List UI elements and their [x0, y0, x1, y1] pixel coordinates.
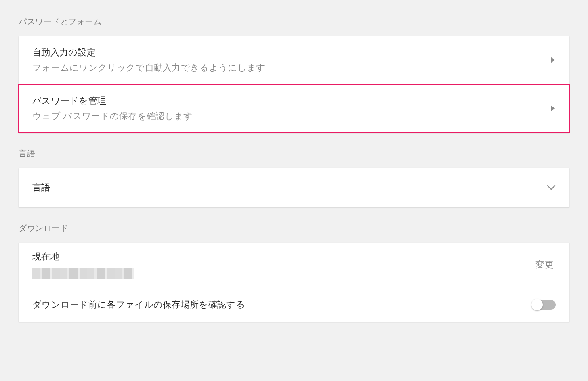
- section-title-language: 言語: [19, 148, 569, 159]
- download-location-path-hidden: [32, 268, 134, 279]
- autofill-subtitle: フォームにワンクリックで自動入力できるようにします: [32, 62, 266, 74]
- change-location-button[interactable]: 変更: [536, 259, 554, 271]
- toggle-knob: [531, 299, 543, 310]
- autofill-content: 自動入力の設定 フォームにワンクリックで自動入力できるようにします: [32, 46, 266, 74]
- autofill-settings-row[interactable]: 自動入力の設定 フォームにワンクリックで自動入力できるようにします: [19, 36, 569, 84]
- section-title-passwords-forms: パスワードとフォーム: [19, 16, 569, 27]
- manage-passwords-subtitle: ウェブ パスワードの保存を確認します: [32, 110, 193, 122]
- ask-before-download-toggle[interactable]: [532, 300, 556, 310]
- autofill-title: 自動入力の設定: [32, 46, 266, 59]
- manage-passwords-row[interactable]: パスワードを管理 ウェブ パスワードの保存を確認します: [19, 84, 569, 133]
- download-location-content: 現在地: [32, 251, 134, 279]
- change-button-wrap: 変更: [519, 251, 556, 279]
- section-title-download: ダウンロード: [19, 223, 569, 234]
- passwords-forms-card: 自動入力の設定 フォームにワンクリックで自動入力できるようにします パスワードを…: [19, 36, 569, 133]
- language-label: 言語: [32, 182, 50, 194]
- language-card: 言語: [19, 168, 569, 207]
- ask-before-download-row: ダウンロード前に各ファイルの保存場所を確認する: [19, 287, 569, 322]
- chevron-down-icon: [547, 185, 556, 190]
- language-row[interactable]: 言語: [19, 168, 569, 207]
- ask-before-download-label: ダウンロード前に各ファイルの保存場所を確認する: [32, 299, 245, 311]
- caret-right-icon: [551, 105, 556, 112]
- download-location-label: 現在地: [32, 251, 134, 263]
- download-card: 現在地 変更 ダウンロード前に各ファイルの保存場所を確認する: [19, 243, 569, 322]
- manage-passwords-content: パスワードを管理 ウェブ パスワードの保存を確認します: [32, 95, 193, 122]
- caret-right-icon: [551, 57, 556, 63]
- download-location-row: 現在地 変更: [19, 243, 569, 287]
- manage-passwords-title: パスワードを管理: [32, 95, 193, 107]
